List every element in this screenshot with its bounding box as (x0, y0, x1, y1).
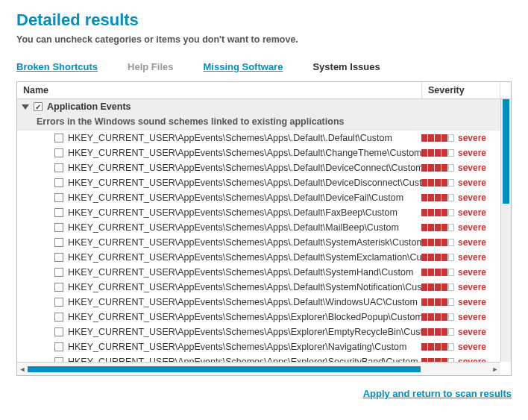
table-row: HKEY_CURRENT_USER\AppEvents\Schemes\Apps… (17, 190, 500, 205)
scroll-right-icon[interactable]: ► (490, 364, 500, 374)
row-checkbox[interactable] (54, 178, 63, 187)
severity-cell: severe (421, 267, 496, 278)
row-path: HKEY_CURRENT_USER\AppEvents\Schemes\Apps… (68, 192, 421, 203)
severity-cell: severe (421, 133, 496, 143)
severity-label: severe (458, 148, 486, 158)
row-checkbox[interactable] (54, 163, 63, 172)
row-checkbox[interactable] (54, 283, 63, 292)
row-path: HKEY_CURRENT_USER\AppEvents\Schemes\Apps… (68, 282, 421, 292)
severity-label: severe (458, 163, 486, 173)
severity-cell: severe (421, 163, 496, 173)
row-path: HKEY_CURRENT_USER\AppEvents\Schemes\Apps… (68, 207, 421, 218)
severity-label: severe (458, 342, 486, 352)
severity-bars-icon (421, 343, 454, 351)
horizontal-scrollbar[interactable]: ◄ ► (17, 362, 500, 375)
severity-cell: severe (421, 222, 496, 233)
severity-label: severe (458, 297, 486, 307)
severity-label: severe (458, 192, 486, 203)
severity-label: severe (458, 237, 486, 248)
severity-bars-icon (421, 179, 454, 187)
results-table: Name Severity ✓ Application Events Error… (16, 81, 512, 376)
row-checkbox[interactable] (54, 268, 63, 277)
row-path: HKEY_CURRENT_USER\AppEvents\Schemes\Apps… (68, 327, 421, 337)
table-row: HKEY_CURRENT_USER\AppEvents\Schemes\Apps… (17, 175, 500, 190)
severity-bars-icon (421, 224, 454, 231)
table-header: Name Severity (17, 82, 511, 99)
severity-bars-icon (421, 194, 454, 201)
group-checkbox[interactable]: ✓ (34, 102, 43, 111)
table-row: HKEY_CURRENT_USER\AppEvents\Schemes\Apps… (17, 265, 500, 280)
severity-bars-icon (421, 239, 454, 246)
severity-label: severe (458, 267, 486, 278)
vertical-scrollbar[interactable] (500, 99, 511, 362)
row-checkbox[interactable] (54, 223, 63, 232)
horizontal-scroll-thumb[interactable] (28, 366, 421, 372)
severity-cell: severe (421, 327, 496, 337)
row-checkbox[interactable] (54, 253, 63, 262)
tab-system-issues[interactable]: System Issues (312, 61, 380, 72)
severity-bars-icon (421, 283, 454, 291)
severity-bars-icon (421, 328, 454, 336)
row-path: HKEY_CURRENT_USER\AppEvents\Schemes\Apps… (68, 312, 421, 322)
row-checkbox[interactable] (54, 193, 63, 202)
severity-label: severe (458, 178, 486, 188)
row-path: HKEY_CURRENT_USER\AppEvents\Schemes\Apps… (68, 178, 421, 188)
severity-bars-icon (421, 254, 454, 261)
row-checkbox[interactable] (54, 148, 63, 157)
row-checkbox[interactable] (54, 238, 63, 247)
table-row: HKEY_CURRENT_USER\AppEvents\Schemes\Apps… (17, 295, 500, 310)
severity-label: severe (458, 222, 486, 233)
page-title: Detailed results (16, 10, 512, 30)
severity-cell: severe (421, 148, 496, 158)
table-row: HKEY_CURRENT_USER\AppEvents\Schemes\Apps… (17, 310, 500, 325)
row-path: HKEY_CURRENT_USER\AppEvents\Schemes\Apps… (68, 237, 421, 248)
severity-cell: severe (421, 192, 496, 203)
page-subtitle: You can uncheck categories or items you … (16, 34, 512, 45)
tab-help-files[interactable]: Help Files (128, 61, 173, 72)
row-path: HKEY_CURRENT_USER\AppEvents\Schemes\Apps… (68, 252, 421, 263)
row-checkbox[interactable] (54, 208, 63, 217)
row-path: HKEY_CURRENT_USER\AppEvents\Schemes\Apps… (68, 163, 421, 173)
row-path: HKEY_CURRENT_USER\AppEvents\Schemes\Apps… (68, 222, 421, 233)
severity-label: severe (458, 282, 486, 292)
severity-cell: severe (421, 312, 496, 322)
row-checkbox[interactable] (54, 298, 63, 307)
severity-cell: severe (421, 178, 496, 188)
severity-bars-icon (421, 134, 454, 142)
severity-bars-icon (421, 164, 454, 172)
table-row: HKEY_CURRENT_USER\AppEvents\Schemes\Apps… (17, 131, 500, 145)
col-severity[interactable]: Severity (422, 82, 500, 98)
table-row: HKEY_CURRENT_USER\AppEvents\Schemes\Apps… (17, 339, 500, 354)
table-row: HKEY_CURRENT_USER\AppEvents\Schemes\Apps… (17, 220, 500, 235)
row-checkbox[interactable] (54, 313, 63, 322)
table-row: HKEY_CURRENT_USER\AppEvents\Schemes\Apps… (17, 280, 500, 295)
severity-bars-icon (421, 209, 454, 216)
tab-broken-shortcuts[interactable]: Broken Shortcuts (16, 61, 98, 72)
group-header: ✓ Application Events (17, 99, 500, 114)
row-path: HKEY_CURRENT_USER\AppEvents\Schemes\Apps… (68, 342, 421, 352)
tab-missing-software[interactable]: Missing Software (204, 61, 283, 72)
severity-label: severe (458, 252, 486, 263)
severity-cell: severe (421, 342, 496, 352)
row-checkbox[interactable] (54, 342, 63, 351)
severity-cell: severe (421, 237, 496, 248)
severity-cell: severe (421, 282, 496, 292)
collapse-icon[interactable] (22, 104, 29, 110)
row-checkbox[interactable] (54, 327, 63, 336)
vertical-scroll-thumb[interactable] (503, 99, 509, 204)
group-title: Application Events (47, 101, 131, 112)
apply-link[interactable]: Apply and return to scan results (363, 388, 512, 399)
table-row: HKEY_CURRENT_USER\AppEvents\Schemes\Apps… (17, 145, 500, 160)
severity-label: severe (458, 207, 486, 218)
severity-label: severe (458, 133, 486, 143)
col-name[interactable]: Name (17, 82, 422, 98)
severity-label: severe (458, 312, 486, 322)
severity-cell: severe (421, 207, 496, 218)
severity-bars-icon (421, 313, 454, 321)
row-path: HKEY_CURRENT_USER\AppEvents\Schemes\Apps… (68, 148, 421, 158)
severity-cell: severe (421, 252, 496, 263)
scroll-left-icon[interactable]: ◄ (17, 364, 28, 374)
group-description: Errors in the Windows sound schemes link… (17, 114, 500, 131)
row-checkbox[interactable] (54, 134, 63, 142)
table-row: HKEY_CURRENT_USER\AppEvents\Schemes\Apps… (17, 325, 500, 339)
